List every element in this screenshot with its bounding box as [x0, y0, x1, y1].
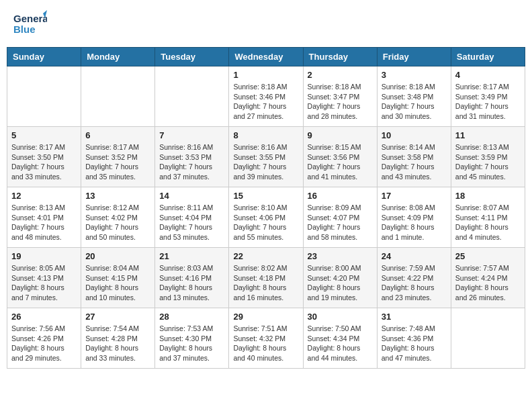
day-number: 7 — [159, 130, 224, 140]
day-number: 3 — [382, 70, 447, 80]
calendar-cell: 30Sunrise: 7:50 AM Sunset: 4:34 PM Dayli… — [303, 308, 377, 369]
calendar-cell — [451, 308, 525, 369]
day-number: 17 — [382, 191, 447, 201]
day-number: 31 — [382, 312, 447, 322]
day-number: 8 — [233, 130, 298, 140]
day-info: Sunrise: 7:53 AM Sunset: 4:30 PM Dayligh… — [159, 324, 224, 363]
calendar-cell: 3Sunrise: 8:18 AM Sunset: 3:48 PM Daylig… — [377, 66, 451, 127]
day-info: Sunrise: 8:17 AM Sunset: 3:52 PM Dayligh… — [85, 142, 150, 182]
day-number: 5 — [11, 130, 77, 140]
weekday-header: Saturday — [451, 48, 525, 66]
day-info: Sunrise: 8:15 AM Sunset: 3:56 PM Dayligh… — [308, 142, 373, 182]
day-info: Sunrise: 8:16 AM Sunset: 3:55 PM Dayligh… — [233, 142, 298, 182]
day-number: 13 — [85, 191, 150, 201]
day-info: Sunrise: 8:13 AM Sunset: 3:59 PM Dayligh… — [455, 142, 521, 182]
day-number: 30 — [308, 312, 373, 322]
weekday-header: Wednesday — [229, 48, 303, 66]
day-number: 2 — [308, 70, 373, 80]
day-number: 24 — [382, 251, 447, 261]
calendar-cell: 2Sunrise: 8:18 AM Sunset: 3:47 PM Daylig… — [303, 66, 377, 127]
calendar-cell: 20Sunrise: 8:04 AM Sunset: 4:15 PM Dayli… — [81, 248, 155, 308]
calendar-cell: 9Sunrise: 8:15 AM Sunset: 3:56 PM Daylig… — [303, 127, 377, 187]
calendar-week-row: 12Sunrise: 8:13 AM Sunset: 4:01 PM Dayli… — [7, 187, 525, 248]
day-number: 12 — [11, 191, 77, 201]
day-info: Sunrise: 8:18 AM Sunset: 3:48 PM Dayligh… — [382, 82, 447, 122]
day-number: 10 — [382, 130, 447, 140]
calendar-cell: 19Sunrise: 8:05 AM Sunset: 4:13 PM Dayli… — [7, 248, 81, 308]
calendar-week-row: 5Sunrise: 8:17 AM Sunset: 3:50 PM Daylig… — [7, 127, 525, 187]
calendar-cell: 24Sunrise: 7:59 AM Sunset: 4:22 PM Dayli… — [377, 248, 451, 308]
calendar-week-row: 26Sunrise: 7:56 AM Sunset: 4:26 PM Dayli… — [7, 308, 525, 369]
calendar-cell: 14Sunrise: 8:11 AM Sunset: 4:04 PM Dayli… — [155, 187, 229, 248]
calendar-cell: 23Sunrise: 8:00 AM Sunset: 4:20 PM Dayli… — [303, 248, 377, 308]
calendar-cell — [7, 66, 81, 127]
calendar-cell: 11Sunrise: 8:13 AM Sunset: 3:59 PM Dayli… — [451, 127, 525, 187]
day-info: Sunrise: 8:17 AM Sunset: 3:49 PM Dayligh… — [455, 82, 521, 122]
day-number: 9 — [308, 130, 373, 140]
day-number: 20 — [85, 251, 150, 261]
calendar-cell: 31Sunrise: 7:48 AM Sunset: 4:36 PM Dayli… — [377, 308, 451, 369]
calendar-cell: 6Sunrise: 8:17 AM Sunset: 3:52 PM Daylig… — [81, 127, 155, 187]
logo-svg: GeneralBlue — [13, 10, 47, 37]
weekday-header: Friday — [377, 48, 451, 66]
calendar-cell: 15Sunrise: 8:10 AM Sunset: 4:06 PM Dayli… — [229, 187, 303, 248]
calendar-cell: 10Sunrise: 8:14 AM Sunset: 3:58 PM Dayli… — [377, 127, 451, 187]
day-number: 18 — [455, 191, 521, 201]
day-info: Sunrise: 8:17 AM Sunset: 3:50 PM Dayligh… — [11, 142, 77, 182]
calendar-cell: 12Sunrise: 8:13 AM Sunset: 4:01 PM Dayli… — [7, 187, 81, 248]
logo: GeneralBlue — [13, 10, 47, 37]
day-info: Sunrise: 8:03 AM Sunset: 4:16 PM Dayligh… — [159, 263, 224, 303]
day-number: 27 — [85, 312, 150, 322]
day-info: Sunrise: 8:18 AM Sunset: 3:47 PM Dayligh… — [308, 82, 373, 122]
page-header: GeneralBlue — [7, 7, 525, 40]
day-info: Sunrise: 7:59 AM Sunset: 4:22 PM Dayligh… — [382, 263, 447, 303]
calendar-cell: 8Sunrise: 8:16 AM Sunset: 3:55 PM Daylig… — [229, 127, 303, 187]
calendar-cell: 29Sunrise: 7:51 AM Sunset: 4:32 PM Dayli… — [229, 308, 303, 369]
calendar-cell: 26Sunrise: 7:56 AM Sunset: 4:26 PM Dayli… — [7, 308, 81, 369]
calendar-week-row: 19Sunrise: 8:05 AM Sunset: 4:13 PM Dayli… — [7, 248, 525, 308]
day-number: 29 — [233, 312, 298, 322]
calendar-table: SundayMondayTuesdayWednesdayThursdayFrid… — [7, 47, 525, 369]
day-number: 11 — [455, 130, 521, 140]
day-info: Sunrise: 7:48 AM Sunset: 4:36 PM Dayligh… — [382, 324, 447, 363]
calendar-cell — [81, 66, 155, 127]
weekday-header: Thursday — [303, 48, 377, 66]
day-info: Sunrise: 7:57 AM Sunset: 4:24 PM Dayligh… — [455, 263, 521, 303]
weekday-header: Monday — [81, 48, 155, 66]
calendar-cell: 21Sunrise: 8:03 AM Sunset: 4:16 PM Dayli… — [155, 248, 229, 308]
weekday-header: Sunday — [7, 48, 81, 66]
svg-text:General: General — [13, 13, 47, 24]
calendar-cell: 18Sunrise: 8:07 AM Sunset: 4:11 PM Dayli… — [451, 187, 525, 248]
day-number: 25 — [455, 251, 521, 261]
day-number: 15 — [233, 191, 298, 201]
day-number: 23 — [308, 251, 373, 261]
day-info: Sunrise: 8:10 AM Sunset: 4:06 PM Dayligh… — [233, 203, 298, 242]
day-info: Sunrise: 7:50 AM Sunset: 4:34 PM Dayligh… — [308, 324, 373, 363]
calendar-cell: 17Sunrise: 8:08 AM Sunset: 4:09 PM Dayli… — [377, 187, 451, 248]
day-info: Sunrise: 8:05 AM Sunset: 4:13 PM Dayligh… — [11, 263, 77, 303]
day-number: 28 — [159, 312, 224, 322]
svg-text:Blue: Blue — [13, 24, 36, 35]
day-info: Sunrise: 7:56 AM Sunset: 4:26 PM Dayligh… — [11, 324, 77, 363]
day-info: Sunrise: 8:16 AM Sunset: 3:53 PM Dayligh… — [159, 142, 224, 182]
day-info: Sunrise: 8:11 AM Sunset: 4:04 PM Dayligh… — [159, 203, 224, 242]
day-info: Sunrise: 8:00 AM Sunset: 4:20 PM Dayligh… — [308, 263, 373, 303]
day-info: Sunrise: 8:08 AM Sunset: 4:09 PM Dayligh… — [382, 203, 447, 242]
day-info: Sunrise: 8:09 AM Sunset: 4:07 PM Dayligh… — [308, 203, 373, 242]
weekday-header: Tuesday — [155, 48, 229, 66]
calendar-cell: 7Sunrise: 8:16 AM Sunset: 3:53 PM Daylig… — [155, 127, 229, 187]
day-number: 22 — [233, 251, 298, 261]
day-number: 4 — [455, 70, 521, 80]
day-info: Sunrise: 7:54 AM Sunset: 4:28 PM Dayligh… — [85, 324, 150, 363]
day-number: 26 — [11, 312, 77, 322]
calendar-cell: 27Sunrise: 7:54 AM Sunset: 4:28 PM Dayli… — [81, 308, 155, 369]
day-info: Sunrise: 8:07 AM Sunset: 4:11 PM Dayligh… — [455, 203, 521, 242]
day-info: Sunrise: 8:14 AM Sunset: 3:58 PM Dayligh… — [382, 142, 447, 182]
day-info: Sunrise: 8:02 AM Sunset: 4:18 PM Dayligh… — [233, 263, 298, 303]
calendar-cell: 16Sunrise: 8:09 AM Sunset: 4:07 PM Dayli… — [303, 187, 377, 248]
calendar-cell: 1Sunrise: 8:18 AM Sunset: 3:46 PM Daylig… — [229, 66, 303, 127]
day-number: 16 — [308, 191, 373, 201]
day-number: 14 — [159, 191, 224, 201]
calendar-cell: 13Sunrise: 8:12 AM Sunset: 4:02 PM Dayli… — [81, 187, 155, 248]
day-number: 1 — [233, 70, 298, 80]
